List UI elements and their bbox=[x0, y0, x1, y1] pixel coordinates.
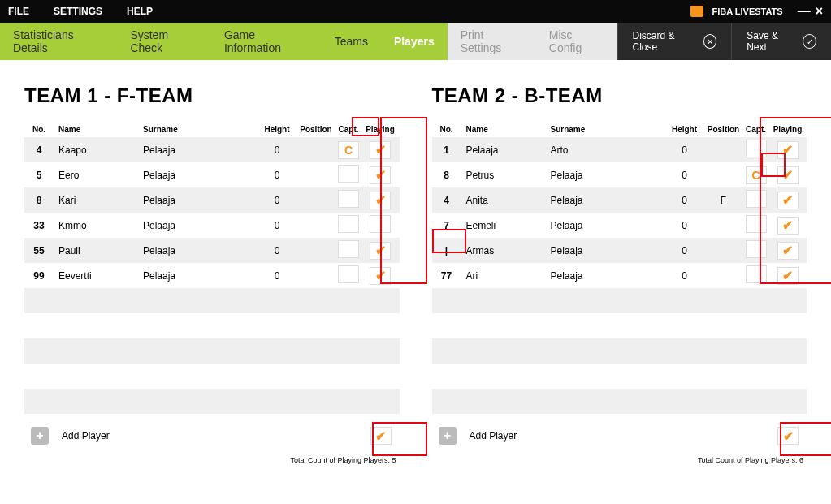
menu-settings[interactable]: SETTINGS bbox=[54, 6, 102, 17]
player-height[interactable]: 0 bbox=[257, 170, 297, 181]
player-height[interactable]: 0 bbox=[664, 170, 705, 181]
player-height[interactable]: 0 bbox=[257, 144, 297, 156]
player-surname[interactable]: Pelaaja bbox=[143, 170, 257, 181]
player-height[interactable]: 0 bbox=[664, 144, 705, 156]
team1-add-player-button[interactable]: + bbox=[31, 427, 49, 445]
player-name[interactable]: Ari bbox=[461, 270, 551, 282]
player-name[interactable]: Anita bbox=[461, 195, 551, 206]
captain-toggle[interactable] bbox=[746, 265, 767, 283]
player-height[interactable]: 0 bbox=[257, 270, 297, 282]
captain-toggle[interactable]: C bbox=[338, 141, 359, 159]
player-surname[interactable]: Pelaaja bbox=[143, 144, 257, 156]
player-no[interactable]: | bbox=[432, 245, 461, 256]
player-name[interactable]: Eero bbox=[54, 170, 143, 181]
captain-toggle[interactable]: C bbox=[746, 166, 767, 184]
player-no[interactable]: 8 bbox=[24, 195, 54, 206]
close-icon[interactable]: × bbox=[816, 4, 823, 19]
player-height[interactable]: 0 bbox=[257, 245, 297, 256]
player-no[interactable]: 5 bbox=[24, 170, 54, 181]
captain-toggle[interactable] bbox=[338, 190, 359, 208]
captain-toggle[interactable] bbox=[338, 240, 359, 258]
playing-toggle[interactable]: ✔ bbox=[370, 141, 391, 159]
captain-toggle[interactable] bbox=[746, 140, 767, 157]
player-no[interactable]: 7 bbox=[432, 220, 461, 231]
playing-toggle[interactable]: ✔ bbox=[777, 267, 799, 285]
player-height[interactable]: 0 bbox=[257, 195, 297, 206]
player-name[interactable]: Eevertti bbox=[54, 270, 143, 282]
player-row[interactable]: 4AnitaPelaaja0F✔ bbox=[432, 187, 807, 213]
player-row[interactable]: 77AriPelaaja0✔ bbox=[432, 263, 807, 288]
tab-players[interactable]: Players bbox=[381, 23, 448, 60]
player-name[interactable]: Eemeli bbox=[461, 220, 551, 231]
player-surname[interactable]: Pelaaja bbox=[143, 195, 257, 206]
playing-toggle[interactable]: ✔ bbox=[777, 141, 799, 159]
player-name[interactable]: Pelaaja bbox=[461, 144, 551, 156]
player-surname[interactable]: Pelaaja bbox=[551, 220, 664, 231]
player-no[interactable]: 33 bbox=[24, 220, 54, 231]
tab-system-check[interactable]: System Check bbox=[117, 23, 211, 60]
playing-toggle[interactable]: ✔ bbox=[370, 192, 391, 209]
player-name[interactable]: Petrus bbox=[461, 170, 551, 181]
minimize-icon[interactable]: — bbox=[798, 4, 811, 19]
player-row[interactable]: 8PetrusPelaaja0C✔ bbox=[432, 162, 807, 187]
menu-file[interactable]: FILE bbox=[8, 6, 29, 17]
player-height[interactable]: 0 bbox=[664, 245, 705, 256]
playing-toggle[interactable]: ✔ bbox=[777, 166, 799, 184]
player-surname[interactable]: Pelaaja bbox=[143, 270, 257, 282]
player-row[interactable]: 7EemeliPelaaja0✔ bbox=[432, 213, 807, 238]
player-surname[interactable]: Pelaaja bbox=[551, 195, 664, 206]
player-height[interactable]: 0 bbox=[664, 220, 705, 231]
player-name[interactable]: Armas bbox=[461, 245, 551, 256]
playing-toggle[interactable] bbox=[370, 215, 391, 233]
captain-toggle[interactable] bbox=[746, 215, 767, 233]
playing-toggle[interactable]: ✔ bbox=[370, 166, 391, 184]
player-no[interactable]: 8 bbox=[432, 170, 461, 181]
player-no[interactable]: 1 bbox=[432, 144, 461, 156]
player-height[interactable]: 0 bbox=[257, 220, 297, 231]
tab-misc-config[interactable]: Misc Config bbox=[536, 23, 617, 60]
player-surname[interactable]: Pelaaja bbox=[551, 170, 664, 181]
captain-toggle[interactable] bbox=[746, 240, 767, 258]
team2-add-player-button[interactable]: + bbox=[439, 427, 457, 445]
player-surname[interactable]: Arto bbox=[551, 144, 664, 156]
player-height[interactable]: 0 bbox=[664, 270, 705, 282]
playing-toggle[interactable]: ✔ bbox=[777, 192, 799, 209]
player-row[interactable]: |ArmasPelaaja0✔ bbox=[432, 238, 807, 263]
tab-game-info[interactable]: Game Information bbox=[211, 23, 322, 60]
menu-help[interactable]: HELP bbox=[127, 6, 153, 17]
team1-add-playing-toggle[interactable]: ✔ bbox=[370, 427, 392, 445]
player-name[interactable]: Kaapo bbox=[54, 144, 143, 156]
tab-statisticians[interactable]: Statisticians Details bbox=[0, 23, 117, 60]
player-surname[interactable]: Pelaaja bbox=[551, 270, 664, 282]
team2-add-playing-toggle[interactable]: ✔ bbox=[777, 427, 799, 445]
player-height[interactable]: 0 bbox=[664, 195, 705, 206]
tab-print-settings[interactable]: Print Settings bbox=[448, 23, 536, 60]
player-row[interactable]: 99EeverttiPelaaja0✔ bbox=[24, 263, 400, 288]
player-row[interactable]: 4KaapoPelaaja0C✔ bbox=[24, 137, 400, 162]
player-surname[interactable]: Pelaaja bbox=[143, 220, 257, 231]
player-no[interactable]: 99 bbox=[24, 270, 54, 282]
player-surname[interactable]: Pelaaja bbox=[143, 245, 257, 256]
player-row[interactable]: 5EeroPelaaja0✔ bbox=[24, 162, 400, 187]
player-no[interactable]: 55 bbox=[24, 245, 54, 256]
playing-toggle[interactable]: ✔ bbox=[777, 242, 799, 260]
playing-toggle[interactable]: ✔ bbox=[777, 217, 799, 235]
captain-toggle[interactable] bbox=[338, 165, 359, 183]
player-row[interactable]: 1PelaajaArto0✔ bbox=[432, 137, 807, 162]
player-row[interactable]: 55PauliPelaaja0✔ bbox=[24, 238, 400, 263]
player-name[interactable]: Kari bbox=[54, 195, 143, 206]
player-surname[interactable]: Pelaaja bbox=[551, 245, 664, 256]
playing-toggle[interactable]: ✔ bbox=[370, 267, 391, 285]
player-row[interactable]: 33KmmoPelaaja0 bbox=[24, 213, 400, 238]
discard-close-button[interactable]: Discard & Close ✕ bbox=[617, 23, 732, 60]
playing-toggle[interactable]: ✔ bbox=[370, 242, 391, 260]
player-name[interactable]: Kmmo bbox=[54, 220, 143, 231]
player-no[interactable]: 4 bbox=[432, 195, 461, 206]
player-name[interactable]: Pauli bbox=[54, 245, 143, 256]
save-next-button[interactable]: Save & Next ✓ bbox=[731, 23, 831, 60]
captain-toggle[interactable] bbox=[338, 265, 359, 283]
tab-teams[interactable]: Teams bbox=[322, 23, 381, 60]
player-no[interactable]: 77 bbox=[432, 270, 461, 282]
captain-toggle[interactable] bbox=[746, 190, 767, 208]
player-row[interactable]: 8KariPelaaja0✔ bbox=[24, 187, 400, 213]
